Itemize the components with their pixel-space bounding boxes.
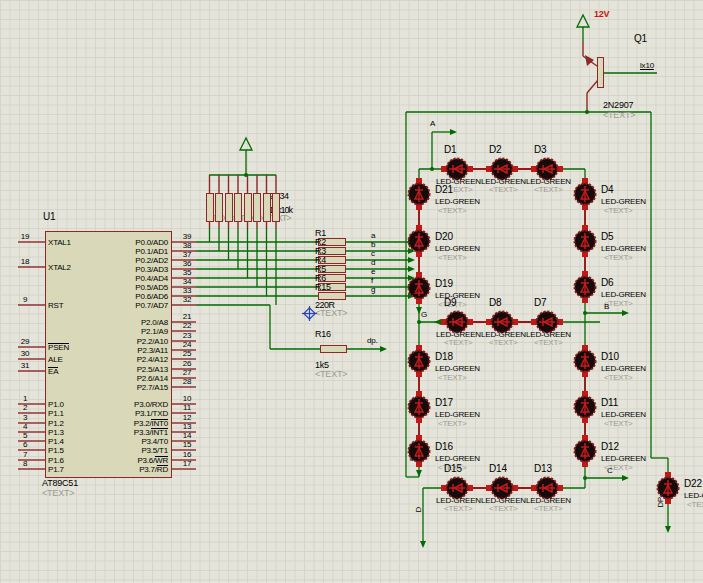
led-d4[interactable] — [573, 182, 597, 206]
pin-number: 12 — [177, 413, 197, 422]
pin-label: EA — [48, 367, 58, 376]
schematic-canvas[interactable]: U1 AT89C51 <TEXT> 2R34 10k10k <TEXT><TEX… — [0, 0, 703, 583]
net-label-g: g — [371, 285, 375, 294]
led-ref-label: D4 — [601, 184, 613, 195]
pin-label: P0.0/AD0 — [90, 238, 168, 247]
pin-label: XTAL1 — [48, 238, 71, 247]
pin-number: 32 — [177, 295, 197, 304]
led-ref-label: D21 — [435, 184, 453, 195]
pin-label: P1.3 — [48, 428, 64, 437]
net-label-a: A — [430, 119, 435, 128]
led-type-label: LED-GREEN — [435, 291, 480, 300]
pin-number: 8 — [14, 459, 36, 468]
pullup-resistor[interactable] — [234, 193, 242, 222]
pullup-resistor[interactable] — [263, 193, 271, 222]
led-type-label: LED-GREEN — [601, 454, 646, 463]
pin-number: 25 — [177, 349, 197, 358]
led-d12[interactable] — [573, 439, 597, 463]
led-type-label: LED-GREEN — [435, 244, 480, 253]
led-type-label: LED-GREEN — [601, 197, 646, 206]
led-ref-label: D8 — [489, 297, 501, 308]
led-ref-label: D22 — [684, 478, 702, 489]
pin-number: 9 — [14, 295, 36, 304]
led-text-placeholder: <TEXT> — [444, 504, 473, 513]
pin-label: P3.0/RXD — [90, 400, 168, 409]
led-ref-label: D16 — [435, 441, 453, 452]
pin-number: 26 — [177, 359, 197, 368]
pullup-resistor[interactable] — [244, 193, 252, 222]
pin-label: P0.6/AD6 — [90, 292, 168, 301]
led-d21[interactable] — [407, 182, 431, 206]
net-label-c: c — [371, 249, 375, 258]
led-d17[interactable] — [407, 395, 431, 419]
pin-number: 10 — [177, 394, 197, 403]
led-text-placeholder: <TEXT> — [438, 253, 467, 262]
led-text-placeholder: <TEXT> — [687, 500, 703, 509]
led-d6[interactable] — [573, 275, 597, 299]
led-d20[interactable] — [407, 229, 431, 253]
pin-label: P0.2/AD2 — [90, 256, 168, 265]
mcu-part-label: AT89C51 — [42, 478, 78, 488]
net-label-dp: DP — [656, 497, 665, 508]
led-text-placeholder: <TEXT> — [604, 253, 633, 262]
pin-label: P2.2/A10 — [90, 337, 168, 346]
pullup-resistor[interactable] — [215, 193, 223, 222]
pin-label: P0.3/AD3 — [90, 265, 168, 274]
pin-number: 37 — [177, 250, 197, 259]
pin-label: P3.4/T0 — [90, 437, 168, 446]
pullup-resistor[interactable] — [206, 193, 214, 222]
transistor-q1[interactable] — [597, 57, 604, 88]
led-ref-label: D19 — [435, 278, 453, 289]
led-ref-label: D15 — [444, 463, 462, 474]
led-ref-label: D3 — [534, 144, 546, 155]
net-label-e: e — [371, 267, 375, 276]
pin-label: P3.1/TXD — [90, 409, 168, 418]
pin-label: P0.1/AD1 — [90, 247, 168, 256]
led-type-label: LED-GREEN — [684, 491, 703, 500]
led-d10[interactable] — [573, 349, 597, 373]
pin-number: 14 — [177, 431, 197, 440]
net-label-a: a — [371, 231, 375, 240]
pin-number: 39 — [177, 232, 197, 241]
pullup-resistor[interactable] — [272, 193, 280, 222]
pin-label: P3.7/RD — [90, 465, 168, 474]
pin-number: 22 — [177, 321, 197, 330]
pin-number: 2 — [14, 403, 36, 412]
pin-label: P2.6/A14 — [90, 374, 168, 383]
led-type-label: LED-GREEN — [435, 197, 480, 206]
led-type-label: LED-GREEN — [601, 364, 646, 373]
pin-label: P2.7/A15 — [90, 383, 168, 392]
led-type-label: LED-GREEN — [601, 244, 646, 253]
net-label-e: E — [408, 456, 417, 461]
led-ref-label: D12 — [601, 441, 619, 452]
resistor-r16[interactable] — [320, 345, 347, 353]
q1-ref-label: Q1 — [634, 33, 647, 44]
resistor-r15[interactable] — [318, 292, 346, 300]
led-ref-label: D10 — [601, 351, 619, 362]
led-d18[interactable] — [407, 349, 431, 373]
pullup-resistor[interactable] — [253, 193, 261, 222]
pin-number: 11 — [177, 403, 197, 412]
pin-number: 21 — [177, 312, 197, 321]
pin-number: 24 — [177, 340, 197, 349]
pin-number: 35 — [177, 268, 197, 277]
pin-label: P1.0 — [48, 400, 64, 409]
pin-label: P2.0/A8 — [90, 318, 168, 327]
led-ref-label: D1 — [444, 144, 456, 155]
r16-ref-label: R16 — [315, 329, 331, 339]
led-text-placeholder: <TEXT> — [489, 338, 518, 347]
pullup-resistor[interactable] — [225, 193, 233, 222]
pin-number: 36 — [177, 259, 197, 268]
q1-text-placeholder: <TEXT> — [603, 110, 635, 120]
net-label-f: f — [371, 276, 373, 285]
led-ref-label: D14 — [489, 463, 507, 474]
pin-label: P0.5/AD5 — [90, 283, 168, 292]
led-text-placeholder: <TEXT> — [438, 206, 467, 215]
net-label-g: G — [421, 310, 427, 319]
led-d5[interactable] — [573, 229, 597, 253]
pin-number: 3 — [14, 413, 36, 422]
pin-label: PSEN — [48, 343, 69, 352]
power-12v-label: 12V — [594, 9, 609, 19]
pin-label: P2.5/A13 — [90, 365, 168, 374]
led-d11[interactable] — [573, 395, 597, 419]
